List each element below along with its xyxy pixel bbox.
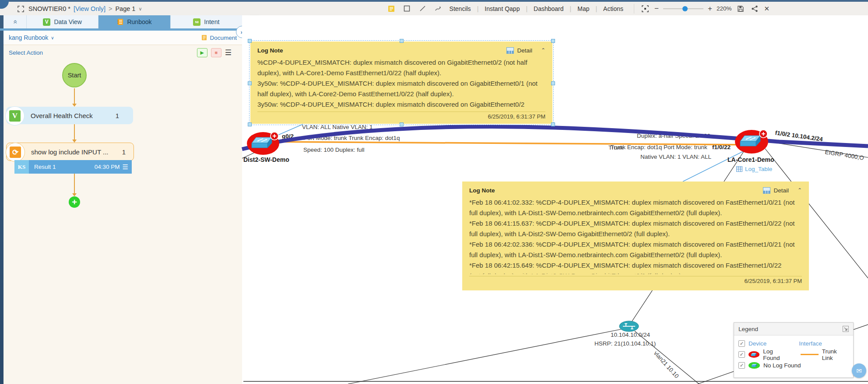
line-tool-icon[interactable] bbox=[418, 4, 428, 14]
panel-tabbar: » V Data View Runbook NI Intent bbox=[4, 15, 242, 28]
note-tool-icon[interactable] bbox=[387, 4, 396, 14]
selection-handle[interactable] bbox=[248, 81, 252, 85]
note-detail-button[interactable]: Detail bbox=[506, 47, 532, 54]
menu-map[interactable]: Map bbox=[577, 5, 589, 12]
selection-handle[interactable] bbox=[248, 39, 252, 43]
save-icon[interactable] bbox=[736, 4, 745, 14]
menu-separator: | bbox=[526, 5, 527, 12]
menu-stencils[interactable]: Stencils bbox=[450, 5, 471, 12]
device-checkbox[interactable]: ✓ bbox=[738, 340, 745, 347]
tab-data-view[interactable]: V Data View bbox=[26, 15, 98, 28]
tab-label: Intent bbox=[204, 18, 219, 25]
interface-label-f1022: f1/0/22 bbox=[712, 144, 731, 150]
detail-table-icon bbox=[763, 187, 770, 194]
collapse-panel-icon[interactable]: » bbox=[4, 15, 26, 28]
page-selector[interactable]: Page 1 bbox=[115, 5, 135, 12]
result-row[interactable]: KS Result 1 04:30 PM ☰ bbox=[14, 160, 132, 174]
runbook-menu-icon[interactable]: ☰ bbox=[225, 48, 232, 57]
legend-row-log-found: ✓ Log Found Trunk Link bbox=[734, 349, 853, 360]
action-node-icon: ⟳ bbox=[10, 147, 21, 158]
collapse-note-icon[interactable]: ⌃ bbox=[798, 187, 802, 193]
selection-handle[interactable] bbox=[248, 122, 252, 126]
note-timestamp: 6/25/2019, 6:31:37 PM bbox=[469, 276, 802, 284]
result-menu-icon[interactable]: ☰ bbox=[123, 163, 128, 171]
menu-separator: | bbox=[595, 5, 597, 12]
node-badge: V bbox=[5, 106, 25, 126]
view-only-badge[interactable]: [View Only] bbox=[74, 5, 105, 12]
link-label-portmode: Port Mode: trunk Trunk Encap: dot1q bbox=[303, 135, 400, 141]
selection-handle[interactable] bbox=[551, 81, 555, 85]
stop-button[interactable]: ■ bbox=[211, 48, 221, 57]
run-button[interactable]: ▶ bbox=[197, 48, 207, 57]
selection-handle[interactable] bbox=[400, 122, 404, 126]
device-label-dist2[interactable]: Dist2-SW-Demo bbox=[243, 156, 289, 163]
share-icon[interactable] bbox=[750, 4, 759, 14]
zoom-level[interactable]: 220% bbox=[717, 5, 732, 12]
device-label-core1[interactable]: LA-Core1-Demo bbox=[727, 156, 774, 163]
add-action-button[interactable]: + bbox=[69, 196, 80, 208]
link-label-speed: Speed: 100 Duplex: full bbox=[303, 147, 365, 153]
document-button[interactable]: Document bbox=[201, 35, 237, 41]
flow-arrowhead bbox=[72, 140, 77, 143]
fullscreen-expand-icon[interactable] bbox=[16, 4, 25, 14]
log-table-link[interactable]: Log_Table bbox=[736, 166, 772, 172]
close-map-icon[interactable]: ✕ bbox=[764, 5, 770, 12]
log-note-2[interactable]: Log Note Detail ⌃ *Feb 18 06:41:02.332: … bbox=[462, 182, 809, 290]
breadcrumb-separator: > bbox=[109, 5, 112, 12]
zoom-in-button[interactable]: + bbox=[708, 5, 712, 12]
runbook-header: kang Runbook ∨ Document bbox=[4, 31, 242, 45]
map-title: SNOWTIER0 * bbox=[28, 5, 70, 12]
log-found-checkbox[interactable]: ✓ bbox=[738, 351, 745, 358]
link-label-duplex: Duplex: a-half Speed: a-100 bbox=[637, 133, 710, 139]
flow-start-node[interactable]: Start bbox=[62, 63, 87, 87]
log-note-1[interactable]: Log Note Detail ⌃ %CDP-4-DUPLEX_MISMATCH… bbox=[250, 42, 552, 124]
result-label: Result 1 bbox=[34, 164, 56, 170]
zoom-slider-knob[interactable] bbox=[682, 6, 688, 11]
switch-icon bbox=[252, 137, 272, 148]
page-chevron-down-icon[interactable]: ∨ bbox=[138, 6, 142, 12]
note-body: %CDP-4-DUPLEX_MISMATCH: duplex mismatch … bbox=[257, 57, 545, 110]
note-detail-button[interactable]: Detail bbox=[763, 187, 789, 194]
collapse-note-icon[interactable]: ⌃ bbox=[541, 47, 545, 53]
fit-to-screen-icon[interactable] bbox=[640, 4, 650, 14]
menu-instant-qapp[interactable]: Instant Qapp bbox=[485, 5, 520, 12]
zoom-out-button[interactable]: − bbox=[654, 5, 659, 12]
lan-hsrp-label: HSRP: 21(10.104.10.1) bbox=[594, 340, 656, 347]
result-time: 04:30 PM bbox=[95, 164, 120, 170]
curve-tool-icon[interactable] bbox=[434, 4, 443, 14]
log-line: *Feb 18 06:42:15.649: %CDP-4-DUPLEX_MISM… bbox=[469, 260, 802, 271]
link-label-vlan: VLAN: ALL Native VLAN: 1 bbox=[302, 124, 373, 130]
tab-runbook[interactable]: Runbook bbox=[98, 15, 170, 28]
legend-no-log-label: No Log Found bbox=[763, 362, 801, 369]
flow-connector bbox=[74, 174, 75, 194]
feedback-button[interactable]: ✉ bbox=[852, 363, 866, 378]
trunk-label: Trunk bbox=[608, 144, 623, 151]
data-view-node-icon: V bbox=[9, 110, 21, 122]
flow-node-show-log[interactable]: ⟳ show log include INPUT ... 1 bbox=[6, 143, 134, 161]
zoom-slider[interactable] bbox=[663, 8, 703, 9]
selection-handle[interactable] bbox=[551, 39, 555, 43]
menu-dashboard[interactable]: Dashboard bbox=[534, 5, 564, 12]
runbook-name-dropdown[interactable]: kang Runbook ∨ bbox=[9, 34, 54, 41]
select-action-link[interactable]: Select Action bbox=[9, 49, 43, 56]
legend-popout-icon[interactable] bbox=[843, 326, 849, 332]
log-line: %CDP-4-DUPLEX_MISMATCH: duplex mismatch … bbox=[257, 57, 545, 78]
node-count: 1 bbox=[122, 148, 126, 156]
switch-icon bbox=[740, 136, 760, 146]
device-dist2-sw-demo[interactable] bbox=[246, 131, 281, 157]
legend-header: Legend bbox=[734, 323, 853, 335]
no-log-checkbox[interactable]: ✓ bbox=[738, 362, 745, 369]
note-header: Log Note Detail ⌃ bbox=[257, 45, 545, 56]
device-la-core1-demo[interactable] bbox=[734, 129, 770, 156]
selection-handle[interactable] bbox=[551, 122, 555, 126]
legend-panel: Legend ✓ Device Interface ✓ Log Found Tr… bbox=[734, 322, 854, 378]
shape-tool-icon[interactable] bbox=[402, 4, 412, 14]
zoom-controls: − + 220% ✕ bbox=[634, 4, 770, 14]
legend-device-col: Device bbox=[749, 340, 766, 347]
note-title: Log Note bbox=[257, 47, 283, 54]
menu-actions[interactable]: Actions bbox=[603, 5, 623, 12]
tab-intent[interactable]: NI Intent bbox=[170, 15, 242, 28]
log-line: *Feb 18 06:41:15.637: %CDP-4-DUPLEX_MISM… bbox=[469, 218, 802, 239]
flow-node-health-check[interactable]: V Overall Health Check 1 bbox=[6, 107, 133, 124]
selection-handle[interactable] bbox=[400, 39, 404, 43]
